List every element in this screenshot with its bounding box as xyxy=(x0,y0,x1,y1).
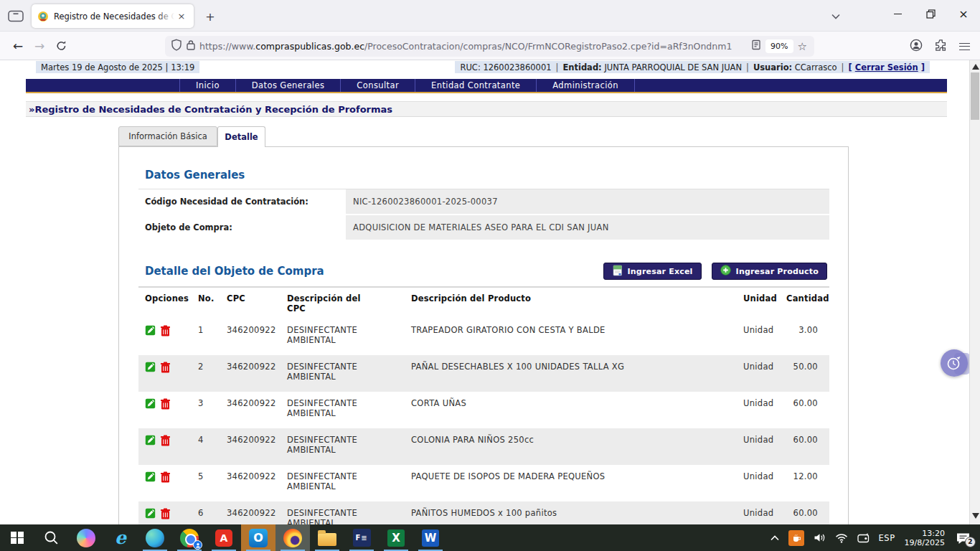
cell-unidad: Unidad xyxy=(743,471,786,501)
edit-icon[interactable] xyxy=(145,398,156,409)
search-button[interactable] xyxy=(34,524,69,551)
menu-icon[interactable] xyxy=(959,43,970,50)
cell-cpc: 346200922 xyxy=(227,508,287,524)
language-indicator[interactable]: ESP xyxy=(879,533,895,543)
minimize-button[interactable] xyxy=(881,0,914,27)
ie-icon: e xyxy=(115,529,126,547)
ingresar-producto-button[interactable]: Ingresar Producto xyxy=(712,263,827,280)
scroll-down-icon[interactable] xyxy=(972,513,979,519)
back-button[interactable]: ← xyxy=(7,36,29,56)
fes-app-button[interactable]: F≡ xyxy=(344,524,379,551)
delete-icon[interactable] xyxy=(161,362,170,373)
account-icon[interactable] xyxy=(910,39,923,55)
bookmark-star-icon[interactable]: ☆ xyxy=(798,40,807,53)
firefox-view-icon[interactable] xyxy=(7,9,24,23)
file-explorer-button[interactable] xyxy=(310,524,344,551)
restore-button[interactable] xyxy=(914,0,947,27)
nav-item-datos-generales[interactable]: Datos Generales xyxy=(236,79,341,92)
tray-date: 19/8/2025 xyxy=(905,538,945,547)
firefox-button[interactable] xyxy=(275,524,310,551)
nav-item-inicio[interactable]: Inicio xyxy=(179,79,236,92)
cell-cpc: 346200922 xyxy=(227,435,287,465)
nav-item-consultar[interactable]: Consultar xyxy=(341,79,415,92)
cell-cpc-desc: DESINFECTANTE AMBIENTAL xyxy=(287,398,411,428)
wifi-icon[interactable] xyxy=(835,533,848,543)
floating-timer-widget[interactable] xyxy=(941,349,968,377)
reader-mode-icon[interactable] xyxy=(751,39,761,53)
internet-explorer-button[interactable]: e xyxy=(103,524,138,551)
logout-link[interactable]: [ Cerrar Sesión ] xyxy=(848,62,925,72)
tray-chevron-icon[interactable] xyxy=(771,535,779,541)
col-opciones: Opciones xyxy=(138,293,198,314)
url-bar[interactable]: https://www.compraspublicas.gob.ec/Proce… xyxy=(165,36,814,57)
table-row: 4 346200922 DESINFECTANTE AMBIENTAL COLO… xyxy=(138,428,829,465)
copilot-button[interactable] xyxy=(69,524,103,551)
start-button[interactable] xyxy=(0,524,34,551)
cell-cpc: 346200922 xyxy=(227,471,287,501)
delete-icon[interactable] xyxy=(161,325,170,336)
cell-no: 2 xyxy=(198,362,227,392)
scroll-up-icon[interactable] xyxy=(972,64,979,70)
delete-icon[interactable] xyxy=(161,435,170,446)
edit-icon[interactable] xyxy=(145,362,156,372)
close-tab-icon[interactable]: × xyxy=(175,10,188,23)
url-text: https://www.compraspublicas.gob.ec/Proce… xyxy=(199,41,751,52)
table-row: 5 346200922 DESINFECTANTE AMBIENTAL PAQU… xyxy=(138,465,829,501)
ingresar-excel-button[interactable]: Ingresar Excel xyxy=(603,263,702,280)
notification-count-badge: 2 xyxy=(965,537,976,547)
cell-unidad: Unidad xyxy=(743,435,786,465)
close-button[interactable]: × xyxy=(947,0,980,27)
nav-item-entidad-contratante[interactable]: Entidad Contratante xyxy=(415,79,537,92)
edit-icon[interactable] xyxy=(145,471,156,482)
edge-button[interactable] xyxy=(138,524,172,551)
tray-clock[interactable]: 13:20 19/8/2025 xyxy=(905,529,945,547)
cell-cantidad: 60.00 xyxy=(786,508,829,524)
excel-button[interactable]: X xyxy=(379,524,413,551)
outlook-button[interactable]: O xyxy=(241,524,275,551)
tab-title: Registro de Necesidades de Co xyxy=(54,11,174,22)
cell-cpc-desc: DESINFECTANTE AMBIENTAL xyxy=(287,471,411,501)
nav-item-administracion[interactable]: Administración xyxy=(537,79,635,92)
forward-button[interactable]: → xyxy=(29,36,50,56)
java-icon[interactable] xyxy=(788,530,804,546)
new-tab-button[interactable]: + xyxy=(202,9,218,24)
acrobat-button[interactable]: A xyxy=(207,524,241,551)
scrollbar-thumb[interactable] xyxy=(971,72,979,120)
dg-label: Objeto de Compra: xyxy=(138,215,346,240)
firefox-icon xyxy=(283,529,302,547)
vertical-scrollbar[interactable] xyxy=(969,60,980,524)
cell-no: 1 xyxy=(198,325,227,355)
remote-display-icon[interactable] xyxy=(857,533,870,543)
edit-icon[interactable] xyxy=(145,325,156,336)
cell-unidad: Unidad xyxy=(743,508,786,524)
delete-icon[interactable] xyxy=(161,398,170,410)
lock-icon[interactable] xyxy=(187,39,195,53)
volume-icon[interactable] xyxy=(814,532,826,543)
reload-button[interactable] xyxy=(50,36,72,56)
dg-label: Código Necesidad de Contratación: xyxy=(138,189,346,214)
chrome-button[interactable] xyxy=(172,524,207,551)
tab-detalle[interactable]: Detalle xyxy=(217,126,265,147)
tracking-shield-icon[interactable] xyxy=(171,39,182,54)
zoom-level-badge[interactable]: 90% xyxy=(765,39,793,53)
tab-list-chevron-icon[interactable] xyxy=(831,9,841,23)
delete-icon[interactable] xyxy=(161,508,170,519)
cell-producto: PAÑAL DESECHABLES X 100 UNIDADES TALLA X… xyxy=(411,362,743,392)
browser-tab[interactable]: Registro de Necesidades de Co × xyxy=(32,4,194,28)
table-row: 2 346200922 DESINFECTANTE AMBIENTAL PAÑA… xyxy=(138,355,829,392)
detalle-objeto-heading: Detalle del Objeto de Compra xyxy=(145,265,324,278)
edit-icon[interactable] xyxy=(145,508,156,519)
word-button[interactable]: W xyxy=(413,524,448,551)
extensions-icon[interactable] xyxy=(935,39,947,54)
ecuador-crest-favicon xyxy=(37,11,49,22)
table-header: Opciones No. CPC Descripción del CPC Des… xyxy=(138,288,829,319)
tab-informacion-basica[interactable]: Información Básica xyxy=(118,126,217,146)
notifications-icon[interactable]: 2 xyxy=(954,532,973,545)
acrobat-icon: A xyxy=(215,529,232,547)
table-row: 3 346200922 DESINFECTANTE AMBIENTAL CORT… xyxy=(138,392,829,428)
cell-cpc: 346200922 xyxy=(227,325,287,355)
edit-icon[interactable] xyxy=(145,435,156,446)
cell-unidad: Unidad xyxy=(743,362,786,392)
cell-cantidad: 12.00 xyxy=(786,471,829,501)
delete-icon[interactable] xyxy=(161,471,170,483)
